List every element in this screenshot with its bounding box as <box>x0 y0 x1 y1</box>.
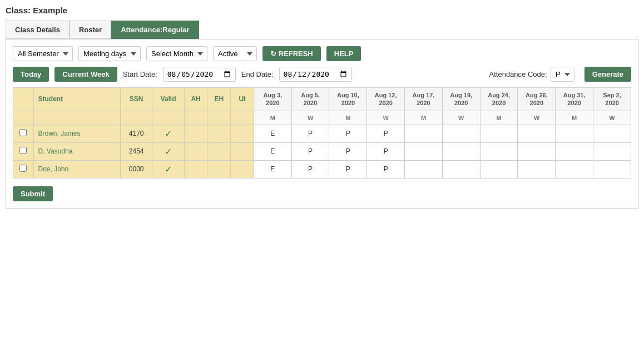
attendance-cell[interactable] <box>405 142 443 160</box>
month-select[interactable]: Select Month JanuaryFebruaryMarch AprilM… <box>146 46 207 61</box>
today-button[interactable]: Today <box>13 67 49 82</box>
attendance-cell[interactable] <box>405 125 443 142</box>
generate-button[interactable]: Generate <box>584 67 631 82</box>
col-header-date-8: Aug 31, 2020 <box>556 88 593 111</box>
student-eh <box>207 142 231 160</box>
status-select-wrapper: Active Inactive All <box>213 46 257 61</box>
attendance-cell[interactable] <box>593 160 631 178</box>
meeting-select[interactable]: Meeting days All days <box>78 46 141 61</box>
student-ah <box>184 160 207 178</box>
attendance-cell[interactable]: P <box>329 142 367 160</box>
valid-checkmark: ✓ <box>165 147 172 156</box>
meeting-select-wrapper: Meeting days All days <box>78 46 141 61</box>
attendance-cell[interactable]: P <box>291 142 329 160</box>
submit-row: Submit <box>13 186 631 201</box>
attendance-code-select[interactable]: P A E T <box>551 67 574 82</box>
day-4: M <box>405 111 443 125</box>
valid-checkmark: ✓ <box>165 129 172 138</box>
attendance-table-wrapper: Student SSN Valid AH EH UI Aug 3, 2020 A… <box>13 87 631 179</box>
row-checkbox-cell <box>13 125 34 142</box>
col-header-eh: EH <box>207 88 231 111</box>
attendance-cell[interactable] <box>442 142 480 160</box>
end-date-input[interactable] <box>279 67 352 82</box>
student-ah <box>184 142 207 160</box>
attendance-cell[interactable] <box>556 160 593 178</box>
day-8: M <box>556 111 593 125</box>
tab-class-details[interactable]: Class Details <box>6 21 70 39</box>
col-header-date-1: Aug 5, 2020 <box>291 88 329 111</box>
attendance-cell[interactable] <box>556 142 593 160</box>
tabs-container: Class Details Roster Attendance:Regular <box>6 21 638 39</box>
end-date-label: End Date: <box>241 70 274 78</box>
attendance-cell[interactable]: P <box>367 142 405 160</box>
attendance-cell[interactable]: P <box>291 125 329 142</box>
student-valid: ✓ <box>152 160 184 178</box>
help-button[interactable]: HELP <box>326 46 361 61</box>
main-container: All Semester Spring Summer Fall Meeting … <box>6 39 638 209</box>
attendance-cell[interactable]: P <box>291 160 329 178</box>
day-5: W <box>442 111 480 125</box>
attendance-cell[interactable] <box>518 142 556 160</box>
attendance-cell[interactable]: E <box>254 142 291 160</box>
row-checkbox[interactable] <box>19 147 27 154</box>
attendance-cell[interactable]: P <box>329 160 367 178</box>
col-header-checkbox <box>13 88 34 111</box>
tab-attendance-regular[interactable]: Attendance:Regular <box>111 21 199 39</box>
month-select-wrapper: Select Month JanuaryFebruaryMarch AprilM… <box>146 46 207 61</box>
row-checkbox-cell <box>13 160 34 178</box>
attendance-cell[interactable] <box>518 125 556 142</box>
row-checkbox[interactable] <box>19 129 27 136</box>
col-header-date-4: Aug 17, 2020 <box>405 88 443 111</box>
attendance-code-wrapper: Attendance Code: P A E T <box>489 67 574 82</box>
student-eh <box>207 160 231 178</box>
table-body: Brown, James4170✓EPPPD, Vasudha2454✓EPPP… <box>13 125 631 178</box>
semester-select[interactable]: All Semester Spring Summer Fall <box>13 46 73 61</box>
table-row: Doe, John0000✓EPPP <box>13 160 631 178</box>
row-checkbox-cell <box>13 142 34 160</box>
status-select[interactable]: Active Inactive All <box>213 46 257 61</box>
attendance-cell[interactable]: P <box>329 125 367 142</box>
day-blank-2 <box>120 111 152 125</box>
attendance-cell[interactable]: E <box>254 160 291 178</box>
current-week-button[interactable]: Current Week <box>55 67 117 82</box>
student-ui <box>231 142 254 160</box>
submit-button[interactable]: Submit <box>13 186 53 201</box>
student-ah <box>184 125 207 142</box>
attendance-cell[interactable] <box>480 125 518 142</box>
attendance-cell[interactable]: P <box>367 125 405 142</box>
attendance-cell[interactable] <box>442 160 480 178</box>
col-header-date-6: Aug 24, 2020 <box>480 88 518 111</box>
col-header-valid: Valid <box>152 88 184 111</box>
student-name: Brown, James <box>33 125 120 142</box>
col-header-date-7: Aug 26, 2020 <box>518 88 556 111</box>
student-name: D, Vasudha <box>33 142 120 160</box>
start-date-input[interactable] <box>163 67 236 82</box>
header-row: Student SSN Valid AH EH UI Aug 3, 2020 A… <box>13 88 631 111</box>
student-ssn: 0000 <box>120 160 152 178</box>
page-title: Class: Example <box>6 6 638 15</box>
attendance-cell[interactable] <box>480 160 518 178</box>
attendance-cell[interactable] <box>593 142 631 160</box>
col-header-ah: AH <box>184 88 207 111</box>
attendance-cell[interactable] <box>480 142 518 160</box>
attendance-cell[interactable] <box>442 125 480 142</box>
day-7: W <box>518 111 556 125</box>
day-row: M W M W M W M W M W <box>13 111 631 125</box>
attendance-cell[interactable] <box>405 160 443 178</box>
attendance-cell[interactable] <box>518 160 556 178</box>
attendance-cell[interactable]: P <box>367 160 405 178</box>
student-ssn: 2454 <box>120 142 152 160</box>
student-ssn: 4170 <box>120 125 152 142</box>
tab-roster[interactable]: Roster <box>70 21 111 39</box>
row-checkbox[interactable] <box>19 165 27 172</box>
attendance-code-label: Attendance Code: <box>489 70 547 78</box>
student-ui <box>231 160 254 178</box>
start-date-label: Start Date: <box>123 70 157 78</box>
toolbar-row: All Semester Spring Summer Fall Meeting … <box>13 46 631 61</box>
attendance-cell[interactable] <box>593 125 631 142</box>
day-3: W <box>367 111 405 125</box>
attendance-cell[interactable] <box>556 125 593 142</box>
attendance-cell[interactable]: E <box>254 125 291 142</box>
day-1: W <box>291 111 329 125</box>
refresh-button[interactable]: ↻ REFRESH <box>262 46 321 61</box>
